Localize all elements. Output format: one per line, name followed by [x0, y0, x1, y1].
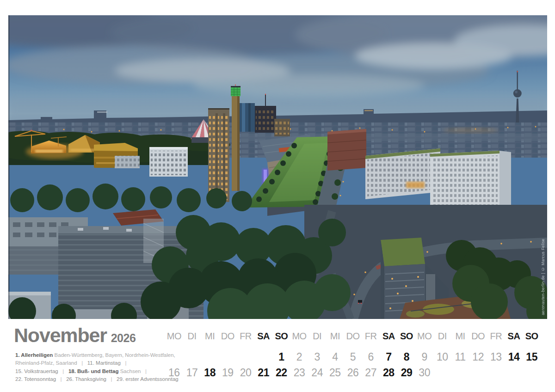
date-cell-7: 7: [386, 351, 391, 363]
holiday-separator: |: [77, 360, 87, 366]
weekday-header-di: DI: [187, 331, 196, 342]
weekday-header-di: DI: [438, 331, 447, 342]
date-cell-15: 15: [526, 351, 537, 363]
holiday-list: 1. Allerheiligen Baden-Württemberg, Baye…: [15, 351, 179, 383]
date-cell-11: 11: [455, 351, 466, 363]
date-cell-17: 17: [186, 367, 198, 379]
calendar-dates-row-2: 161718192021222324252627282930: [165, 365, 541, 381]
berlin-dusk-scene: [8, 15, 547, 319]
year-label: 2026: [111, 331, 136, 344]
date-cell-1: 1: [278, 351, 284, 363]
date-cell-28: 28: [383, 367, 395, 379]
date-cell-3: 3: [314, 351, 320, 363]
date-cell-21: 21: [258, 367, 269, 379]
holiday-line: Rheinland-Pfalz, Saarland | 11. Martinst…: [15, 359, 179, 367]
date-cell-24: 24: [311, 367, 323, 379]
holiday-text: Sachsen: [120, 368, 141, 374]
weekday-header-sa: SA: [508, 331, 520, 342]
date-cell-18: 18: [204, 367, 216, 379]
weekday-header-mo: MO: [292, 331, 306, 342]
date-cell-26: 26: [347, 367, 359, 379]
date-cell-14: 14: [508, 351, 520, 363]
date-cell-6: 6: [368, 351, 374, 363]
calendar-photo: aeronauten-berlin.de | © Marcus Felise: [8, 15, 547, 319]
weekday-header-do: DO: [221, 331, 234, 342]
holiday-text: Rheinland-Pfalz, Saarland: [15, 360, 77, 366]
date-cell-25: 25: [329, 367, 341, 379]
weekday-header-fr: FR: [365, 331, 377, 342]
weekday-header-fr: FR: [490, 331, 502, 342]
month-name: November: [14, 324, 107, 346]
clouds: [8, 15, 547, 122]
date-cell-27: 27: [365, 367, 376, 379]
weekday-header-do: DO: [346, 331, 359, 342]
weekday-header-do: DO: [471, 331, 485, 342]
date-cell-23: 23: [294, 367, 305, 379]
holiday-separator: |: [56, 376, 66, 382]
weekday-header-mi: MI: [205, 331, 215, 342]
date-cell-4: 4: [332, 351, 338, 363]
date-cell-10: 10: [437, 351, 448, 363]
holiday-text: 1. Allerheiligen: [15, 352, 53, 358]
holiday-separator: |: [121, 360, 127, 366]
calendar-dates-row-1: 123456789101112131415: [165, 349, 541, 365]
weekday-header-so: SO: [525, 331, 538, 342]
holiday-separator: |: [141, 368, 147, 374]
weekday-header-sa: SA: [257, 331, 270, 342]
photo-credit: aeronauten-berlin.de | © Marcus Felise: [541, 239, 545, 315]
date-cell-29: 29: [401, 367, 413, 379]
weekday-header-mo: MO: [417, 331, 432, 342]
date-cell-5: 5: [350, 351, 356, 363]
date-cell-9: 9: [422, 351, 427, 363]
date-cell-2: 2: [296, 351, 302, 363]
date-cell-16: 16: [168, 367, 180, 379]
holiday-text: 22. Totensonntag: [15, 376, 56, 382]
weekday-header-mi: MI: [330, 331, 340, 342]
holiday-text: Baden-Württemberg, Bayern, Nordrhein-Wes…: [55, 352, 175, 358]
holiday-text: 18. Buß- und Bettag: [68, 368, 119, 374]
date-cell-12: 12: [472, 351, 484, 363]
weekday-header-di: DI: [313, 331, 321, 342]
holiday-separator: |: [58, 368, 68, 374]
holiday-line: 1. Allerheiligen Baden-Württemberg, Baye…: [15, 351, 179, 359]
date-cell-30: 30: [419, 367, 430, 379]
weekday-header-so: SO: [400, 331, 413, 342]
date-cell-20: 20: [240, 367, 252, 379]
date-cell-22: 22: [276, 367, 287, 379]
weekday-header-sa: SA: [382, 331, 395, 342]
date-cell-19: 19: [222, 367, 234, 379]
holiday-text: 11. Martinstag: [87, 360, 121, 366]
month-title: November2026: [14, 324, 136, 347]
date-cell-13: 13: [490, 351, 502, 363]
holiday-separator: |: [106, 376, 117, 382]
holiday-line: 15. Volkstrauertag | 18. Buß- und Bettag…: [15, 368, 179, 375]
calendar-weekday-header-row: MODIMIDOFRSASOMODIMIDOFRSASOMODIMIDOFRSA…: [165, 329, 541, 343]
date-cell-8: 8: [404, 351, 409, 363]
calendar-page: aeronauten-berlin.de | © Marcus Felise N…: [0, 0, 555, 392]
weekday-header-fr: FR: [240, 331, 252, 342]
weekday-header-so: SO: [275, 331, 288, 342]
weekday-header-mo: MO: [167, 331, 181, 342]
holiday-line: 22. Totensonntag | 26. Thanksgiving | 29…: [15, 375, 179, 383]
weekday-header-mi: MI: [455, 331, 465, 342]
holiday-text: 26. Thanksgiving: [66, 376, 106, 382]
holiday-text: 15. Volkstrauertag: [15, 368, 58, 374]
